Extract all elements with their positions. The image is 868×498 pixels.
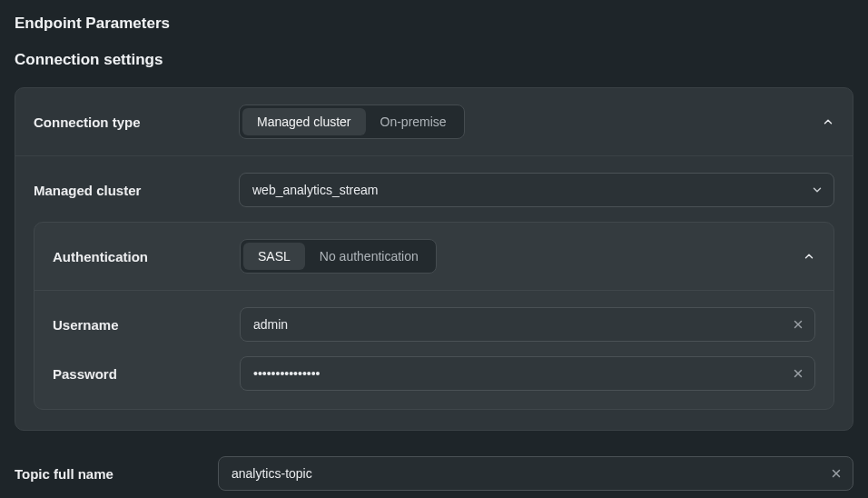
close-icon [792, 367, 804, 380]
authentication-panel: Authentication SASL No authentication Us… [34, 222, 834, 410]
managed-cluster-label: Managed cluster [34, 183, 239, 198]
section-title: Connection settings [15, 51, 853, 69]
connection-settings-panel: Connection type Managed cluster On-premi… [15, 87, 853, 431]
connection-type-body: Managed cluster web_analytics_stream Aut… [15, 156, 853, 430]
managed-cluster-row: Managed cluster web_analytics_stream [34, 173, 834, 207]
password-input[interactable] [240, 356, 815, 391]
username-label: Username [53, 317, 240, 333]
connection-type-segmented: Managed cluster On-premise [239, 105, 465, 139]
connection-type-label: Connection type [34, 115, 239, 130]
connection-type-managed-button[interactable]: Managed cluster [242, 108, 366, 135]
chevron-up-icon[interactable] [822, 115, 834, 128]
authentication-row: Authentication SASL No authentication [35, 223, 833, 291]
close-icon [792, 318, 804, 331]
username-input[interactable] [240, 307, 815, 342]
topic-label: Topic full name [15, 466, 218, 482]
clear-username-button[interactable] [788, 314, 808, 334]
page-title: Endpoint Parameters [15, 15, 853, 33]
auth-none-button[interactable]: No authentication [305, 243, 433, 270]
password-row: Password [53, 356, 815, 391]
password-label: Password [53, 366, 240, 382]
auth-sasl-button[interactable]: SASL [243, 243, 305, 270]
close-icon [830, 467, 843, 480]
clear-password-button[interactable] [788, 364, 808, 383]
chevron-up-icon[interactable] [803, 250, 815, 263]
clear-topic-button[interactable] [826, 463, 846, 483]
authentication-label: Authentication [53, 249, 240, 264]
username-row: Username [53, 307, 815, 342]
topic-row: Topic full name [15, 456, 853, 491]
connection-type-onpremise-button[interactable]: On-premise [366, 108, 461, 135]
authentication-segmented: SASL No authentication [240, 239, 437, 274]
managed-cluster-select[interactable]: web_analytics_stream [239, 173, 834, 207]
authentication-body: Username Password [35, 291, 833, 409]
connection-type-row: Connection type Managed cluster On-premi… [15, 88, 853, 156]
topic-input[interactable] [218, 456, 853, 491]
